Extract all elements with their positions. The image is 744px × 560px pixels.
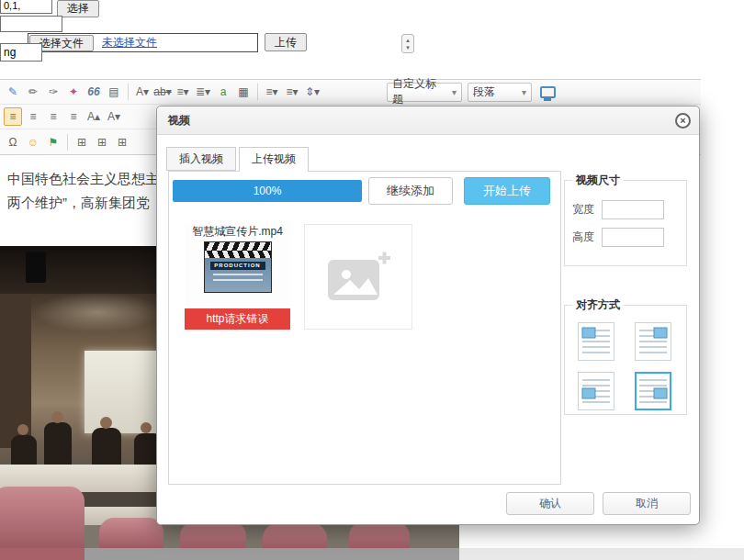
- font-size-down-icon[interactable]: A▾: [105, 107, 123, 126]
- projector-screen: [85, 351, 156, 433]
- video-size-panel: 视频尺寸 宽度 高度: [564, 173, 687, 266]
- alignment-options: [572, 317, 679, 410]
- tab-insert-video[interactable]: 插入视频: [166, 147, 236, 171]
- map-icon[interactable]: ⚑: [44, 133, 62, 151]
- width-input[interactable]: [602, 200, 664, 219]
- stepper-up-icon[interactable]: ▴: [406, 37, 410, 44]
- width-row: 宽度: [572, 200, 679, 219]
- strikethrough-icon[interactable]: ab▾: [153, 83, 172, 101]
- align-option-wrap-right[interactable]: [635, 372, 671, 410]
- cancel-button[interactable]: 取消: [603, 492, 691, 515]
- chair-cover: [180, 521, 246, 548]
- clapperboard-stripe: [205, 242, 271, 251]
- chair-cover: [99, 518, 163, 548]
- paragraph-format-select[interactable]: 段落 ▾: [468, 83, 532, 102]
- person-head: [141, 422, 152, 433]
- table-edit-icon[interactable]: ⊞: [93, 133, 111, 151]
- paragraph-top-icon[interactable]: ≡▾: [263, 83, 281, 101]
- ceiling-speaker: [26, 252, 46, 283]
- align-left-icon[interactable]: ≡: [24, 107, 42, 126]
- toolbar-separator: [257, 84, 258, 100]
- page-icon[interactable]: ▦: [234, 83, 253, 101]
- person-silhouette: [11, 435, 37, 468]
- stepper-down-icon[interactable]: ▾: [406, 44, 410, 51]
- preview-icon[interactable]: [540, 86, 556, 98]
- upload-error-badge: http请求错误: [185, 308, 290, 330]
- clapperboard-thumbnail: PRODUCTION: [204, 241, 272, 293]
- align-option-wrap-left[interactable]: [578, 372, 614, 410]
- font-size-up-icon[interactable]: A▴: [85, 107, 103, 126]
- person-head: [17, 424, 28, 435]
- dialog-title: 视频: [157, 106, 699, 135]
- clapperboard-line: [213, 279, 263, 281]
- chevron-down-icon: ▾: [522, 87, 526, 97]
- clapperboard-line: [213, 274, 263, 275]
- number-stepper[interactable]: ▴ ▾: [401, 34, 414, 53]
- document-icon[interactable]: ▤: [105, 83, 123, 101]
- chair-cover: [0, 548, 85, 560]
- chevron-down-icon: ▾: [452, 87, 457, 97]
- person-head: [100, 417, 112, 429]
- table-insert-icon[interactable]: ⊞: [73, 133, 91, 151]
- upload-button[interactable]: 上传: [265, 33, 307, 51]
- format-brush-icon[interactable]: ✦: [64, 83, 83, 101]
- light-glow: [33, 292, 162, 332]
- alignment-panel: 对齐方式: [564, 297, 687, 415]
- video-size-title: 视频尺寸: [572, 173, 624, 188]
- toolbar-separator: [128, 84, 129, 100]
- emoji-icon[interactable]: ☺: [24, 133, 42, 151]
- pencil-icon[interactable]: ✏: [24, 83, 42, 101]
- align-option-image-right[interactable]: [635, 322, 671, 361]
- add-image-icon: [326, 251, 390, 304]
- height-input[interactable]: [602, 228, 664, 247]
- select-button[interactable]: 选择: [57, 0, 99, 17]
- numbered-list-icon[interactable]: ≣▾: [194, 83, 212, 101]
- person-silhouette: [44, 422, 72, 466]
- page: 选择 选择文件 未选择文件 上传 ▴ ▾ ✎ ✏ ✑ ✦ 66 ▤ A▾ ab▾…: [0, 0, 744, 560]
- font-color-icon[interactable]: A▾: [133, 83, 152, 101]
- coords-input[interactable]: [0, 0, 52, 14]
- height-row: 高度: [572, 228, 679, 247]
- add-video-placeholder[interactable]: [304, 224, 412, 330]
- ng-input[interactable]: [0, 43, 42, 62]
- video-dialog: 视频 × 插入视频 上传视频 100% 继续添加 开始上传 智慧城宣传片.mp4…: [156, 106, 700, 525]
- active-list-icon[interactable]: ≡: [4, 107, 22, 126]
- confirm-button[interactable]: 确认: [506, 492, 594, 515]
- table-delete-icon[interactable]: ⊞: [113, 133, 131, 151]
- start-upload-button[interactable]: 开始上传: [464, 177, 550, 205]
- upload-progress-bar: 100%: [173, 180, 362, 202]
- alignment-title: 对齐方式: [572, 297, 624, 313]
- align-right-icon[interactable]: ≡: [64, 107, 83, 126]
- paragraph-format-value: 段落: [473, 84, 495, 100]
- brush-icon[interactable]: ✑: [44, 83, 62, 101]
- person-silhouette: [92, 428, 121, 468]
- align-center-icon[interactable]: ≡: [44, 107, 62, 126]
- continue-add-button[interactable]: 继续添加: [368, 177, 453, 205]
- secondary-input[interactable]: [0, 16, 62, 32]
- anchor-icon[interactable]: a: [214, 83, 232, 101]
- video-filename: 智慧城宣传片.mp4: [185, 224, 290, 239]
- heading-style-select[interactable]: 自定义标题 ▾: [387, 83, 462, 102]
- file-input[interactable]: 选择文件 未选择文件: [28, 33, 258, 52]
- no-file-selected-link[interactable]: 未选择文件: [102, 35, 157, 50]
- dialog-tabs: 插入视频 上传视频: [166, 147, 311, 172]
- chair-cover: [0, 487, 85, 548]
- paragraph-bottom-icon[interactable]: ≡▾: [283, 83, 301, 101]
- clapperboard-stripe: [205, 251, 271, 258]
- line-height-icon[interactable]: ⇕▾: [303, 83, 321, 101]
- person-head: [51, 411, 63, 423]
- blockquote-icon[interactable]: 66: [85, 83, 103, 101]
- bullet-list-icon[interactable]: ≡▾: [174, 83, 192, 101]
- toolbar-row-1: ✎ ✏ ✑ ✦ 66 ▤ A▾ ab▾ ≡▾ ≣▾ a ▦ ≡▾ ≡▾ ⇕▾ 自…: [0, 80, 701, 105]
- close-icon[interactable]: ×: [675, 113, 691, 129]
- editor-text-line-1: 中国特色社会主义思想主: [7, 171, 159, 188]
- toolbar-separator: [67, 134, 68, 151]
- tab-upload-video[interactable]: 上传视频: [239, 147, 309, 172]
- pen-icon[interactable]: ✎: [4, 83, 22, 101]
- height-label: 高度: [572, 230, 594, 245]
- align-option-image-left[interactable]: [578, 322, 614, 361]
- width-label: 宽度: [572, 202, 594, 218]
- clapperboard-label: PRODUCTION: [210, 262, 265, 270]
- video-upload-item[interactable]: 智慧城宣传片.mp4 PRODUCTION http请求错误: [185, 224, 290, 330]
- special-char-icon[interactable]: Ω: [4, 133, 22, 151]
